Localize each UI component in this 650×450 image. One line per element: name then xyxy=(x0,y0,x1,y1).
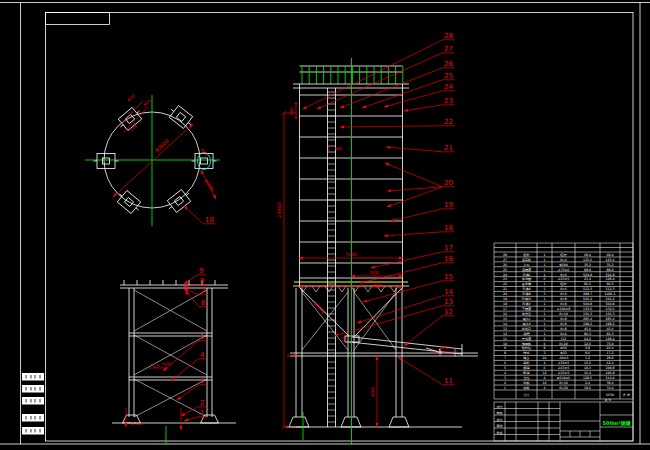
bom-cell: 156.3 xyxy=(605,312,614,316)
bom-cell: 96.5 xyxy=(584,282,591,286)
bom-cell: 16 xyxy=(503,312,507,316)
title-block-role-label: 设计 xyxy=(497,405,503,409)
bom-cell: 20 xyxy=(503,292,507,296)
bom-cell: 1 xyxy=(543,297,545,301)
bom-cell: 17.2 xyxy=(606,351,613,355)
anchor-bracket xyxy=(94,154,119,169)
callout-label-elev-26: 26 xyxy=(444,60,453,68)
bom-cell: 1 xyxy=(543,287,545,291)
cad-canvas[interactable]: 2827262524232221201918171615141312119876… xyxy=(0,0,650,450)
bom-cell: 筒体Ⅰ xyxy=(523,273,530,277)
bom-cell: δ=6 xyxy=(560,332,567,336)
bom-cell: 斜撑 xyxy=(522,371,530,375)
bom-cell: 96.5 xyxy=(606,282,613,286)
bom-cell: 68.4 xyxy=(606,253,613,257)
callout-label-tower-3: 3 xyxy=(200,377,204,385)
revision-bar xyxy=(22,397,44,405)
bom-cell: 198.2 xyxy=(583,322,592,326)
dim-text: M24 xyxy=(142,98,152,108)
base-plate xyxy=(341,417,361,427)
callout-label-elev-12: 12 xyxy=(444,308,453,316)
callout-label-tower-9: 9 xyxy=(199,267,203,275)
callout-leader xyxy=(386,147,443,152)
bom-cell: 5 xyxy=(504,366,506,370)
bom-cell: 109.8 xyxy=(605,366,614,370)
bom-cell: 285.4 xyxy=(605,317,614,321)
bom-cell: 筒体Ⅲ xyxy=(522,292,531,296)
bom-cell: 74.4 xyxy=(606,386,613,390)
dim-text: 3300 xyxy=(369,270,380,275)
bom-cell: 88.9 xyxy=(606,268,613,272)
bom-cell: 128.4 xyxy=(605,277,614,281)
plan-view xyxy=(85,95,220,226)
callout-leader xyxy=(384,232,443,236)
bom-cell: 4 xyxy=(543,376,545,380)
bom-cell: 12 xyxy=(542,371,546,375)
bom-cell: 筒体Ⅴ xyxy=(522,302,531,306)
revision-bar xyxy=(22,414,44,422)
callout-label-tower-2: 2 xyxy=(200,399,204,407)
bom-cell: 3 xyxy=(504,376,506,380)
callout-leader xyxy=(334,306,443,336)
bom-cell: 地脚板 xyxy=(521,342,532,346)
dim-text: 900 xyxy=(289,107,294,115)
bom-cell: 18.3 xyxy=(584,366,591,370)
bom-cell: 35.2 xyxy=(606,263,613,267)
bom-cell: 1 xyxy=(543,263,545,267)
bom-cell: 2 xyxy=(543,351,545,355)
bom-cell: 2.4 xyxy=(585,381,590,385)
callout-label-elev-27: 27 xyxy=(444,45,453,53)
callout-leader xyxy=(384,91,443,107)
border-frame xyxy=(0,3,650,445)
bom-cell: 13 xyxy=(503,327,507,331)
bom-cell: 下圈梁 xyxy=(522,306,532,311)
bom-cell: ∠100×8 xyxy=(557,307,571,311)
bom-cell: 7 xyxy=(504,356,506,360)
dim-text: M24 xyxy=(200,147,209,157)
bom-cell: 6 xyxy=(543,366,545,370)
bom-cell: 4 xyxy=(543,361,545,365)
bom-cell: 545.2 xyxy=(583,297,592,301)
bom-cell: 1 xyxy=(543,302,545,306)
bom-cell: 9 xyxy=(504,346,506,350)
bom-cell: δ=8 xyxy=(560,327,567,331)
bom-cell: 64.2 xyxy=(584,337,591,341)
bom-cell: Φ219×6 xyxy=(557,376,570,380)
dim-text: 23910 xyxy=(276,202,282,218)
bom-cell: 38.4 xyxy=(606,381,613,385)
cad-drawing: 2827262524232221201918171615141312119876… xyxy=(0,0,650,450)
callout-label-tower-6: 6 xyxy=(201,299,206,307)
bom-cell: -60×6 xyxy=(559,356,569,360)
bom-cell: 4 xyxy=(504,371,506,375)
callout-label-elev-11: 11 xyxy=(444,377,453,385)
bom-cell: 1496.1 xyxy=(604,292,615,296)
bom-cell: 68.4 xyxy=(584,253,591,257)
bom-cell: 132.6 xyxy=(605,307,614,311)
bom-cell: 25 xyxy=(503,268,507,272)
bom-cell: 撑杆 xyxy=(523,361,530,365)
callout-label-elev-21: 21 xyxy=(444,144,453,152)
bom-cell: 栏杆柱 xyxy=(521,346,532,350)
bom-cell: 514.0 xyxy=(605,376,614,380)
bom-cell: 8 xyxy=(504,351,506,355)
bom-cell: 踏步 xyxy=(523,356,530,360)
callout-label-elev-18: 18 xyxy=(444,224,453,232)
bom-cell: 14 xyxy=(503,322,507,326)
callout-label-elev-24: 24 xyxy=(444,83,453,91)
bom-cell: Φ500 xyxy=(559,263,568,267)
callout-label-elev-28: 28 xyxy=(444,32,453,40)
bom-cell: 285.4 xyxy=(583,317,592,321)
bom-cell: 底板 xyxy=(523,386,530,390)
callout-label-elev-15: 15 xyxy=(444,273,453,281)
bom-cell: ∠50×5 xyxy=(558,361,570,365)
title-block-sheet-note: 共 张 xyxy=(604,398,612,402)
callout-leader xyxy=(171,359,199,381)
bom-cell: Φ32 xyxy=(560,351,567,355)
callout-label-tower-8: 8 xyxy=(200,277,204,285)
bom-cell: 人孔 xyxy=(523,263,530,267)
callout-label-elev-23: 23 xyxy=(444,97,453,105)
callout-leader xyxy=(177,385,199,400)
bom-cell: 128.5 xyxy=(583,376,592,380)
dim-text: 300 xyxy=(334,146,342,151)
anchor-bracket xyxy=(167,103,196,130)
